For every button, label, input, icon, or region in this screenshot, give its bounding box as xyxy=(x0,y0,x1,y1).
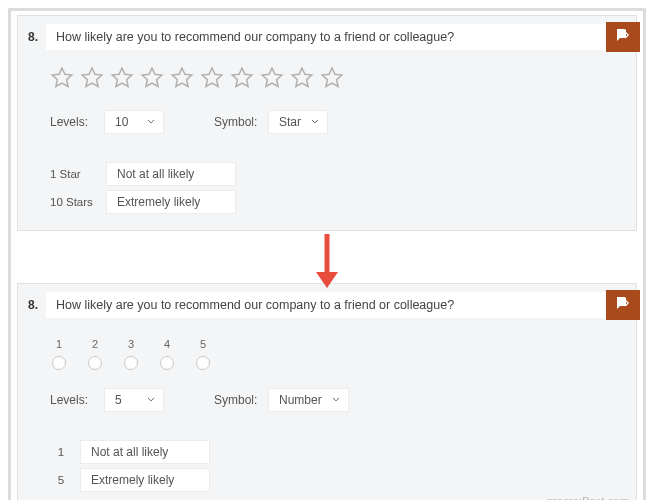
rating-numbers-row: 1 2 3 4 5 xyxy=(50,338,608,370)
rating-stars-row xyxy=(50,66,608,90)
high-label-input[interactable]: Extremely likely xyxy=(106,190,236,214)
rating-option: 5 xyxy=(194,338,212,370)
rating-radio[interactable] xyxy=(196,356,210,370)
low-label-input[interactable]: Not at all likely xyxy=(106,162,236,186)
low-label-input[interactable]: Not at all likely xyxy=(80,440,210,464)
branching-button[interactable] xyxy=(606,290,640,320)
levels-select[interactable]: 10 xyxy=(104,110,164,134)
rating-radio[interactable] xyxy=(124,356,138,370)
star-icon[interactable] xyxy=(50,66,74,90)
rating-number-label: 2 xyxy=(92,338,98,350)
rating-option: 1 xyxy=(50,338,68,370)
branch-icon xyxy=(614,294,632,316)
rating-option: 4 xyxy=(158,338,176,370)
levels-value: 10 xyxy=(115,115,128,129)
symbol-value: Number xyxy=(279,393,322,407)
rating-number-label: 1 xyxy=(56,338,62,350)
symbol-select[interactable]: Star xyxy=(268,110,328,134)
star-icon[interactable] xyxy=(140,66,164,90)
question-number: 8. xyxy=(28,24,46,44)
star-icon[interactable] xyxy=(200,66,224,90)
branch-icon xyxy=(614,26,632,48)
rating-question-card-number: 8. How likely are you to recommend our c… xyxy=(17,283,637,500)
question-header: 8. How likely are you to recommend our c… xyxy=(18,16,636,60)
symbol-select[interactable]: Number xyxy=(268,388,349,412)
chevron-down-icon xyxy=(309,115,321,127)
star-icon[interactable] xyxy=(260,66,284,90)
low-key-label: 1 Star xyxy=(50,168,98,180)
star-icon[interactable] xyxy=(230,66,254,90)
levels-label: Levels: xyxy=(50,393,94,407)
branching-button[interactable] xyxy=(606,22,640,52)
question-text: How likely are you to recommend our comp… xyxy=(56,30,454,44)
rating-number-label: 4 xyxy=(164,338,170,350)
rating-number-label: 5 xyxy=(200,338,206,350)
rating-radio[interactable] xyxy=(52,356,66,370)
rating-number-label: 3 xyxy=(128,338,134,350)
star-icon[interactable] xyxy=(170,66,194,90)
star-icon[interactable] xyxy=(110,66,134,90)
high-key-label: 5 xyxy=(50,474,72,486)
question-number: 8. xyxy=(28,292,46,312)
question-text: How likely are you to recommend our comp… xyxy=(56,298,454,312)
rating-radio[interactable] xyxy=(88,356,102,370)
star-icon[interactable] xyxy=(80,66,104,90)
chevron-down-icon xyxy=(330,393,342,405)
high-key-label: 10 Stars xyxy=(50,196,98,208)
star-icon[interactable] xyxy=(320,66,344,90)
rating-option: 3 xyxy=(122,338,140,370)
rating-radio[interactable] xyxy=(160,356,174,370)
symbol-value: Star xyxy=(279,115,301,129)
star-icon[interactable] xyxy=(290,66,314,90)
rating-question-card-star: 8. How likely are you to recommend our c… xyxy=(17,15,637,231)
low-key-label: 1 xyxy=(50,446,72,458)
chevron-down-icon xyxy=(145,115,157,127)
chevron-down-icon xyxy=(145,393,157,405)
symbol-label: Symbol: xyxy=(214,393,258,407)
rating-option: 2 xyxy=(86,338,104,370)
screenshot-frame: 8. How likely are you to recommend our c… xyxy=(8,8,646,500)
transition-arrow xyxy=(17,231,637,291)
levels-value: 5 xyxy=(115,393,122,407)
levels-select[interactable]: 5 xyxy=(104,388,164,412)
symbol-label: Symbol: xyxy=(214,115,258,129)
question-text-input[interactable]: How likely are you to recommend our comp… xyxy=(46,292,626,318)
high-label-input[interactable]: Extremely likely xyxy=(80,468,210,492)
question-text-input[interactable]: How likely are you to recommend our comp… xyxy=(46,24,626,50)
levels-label: Levels: xyxy=(50,115,94,129)
